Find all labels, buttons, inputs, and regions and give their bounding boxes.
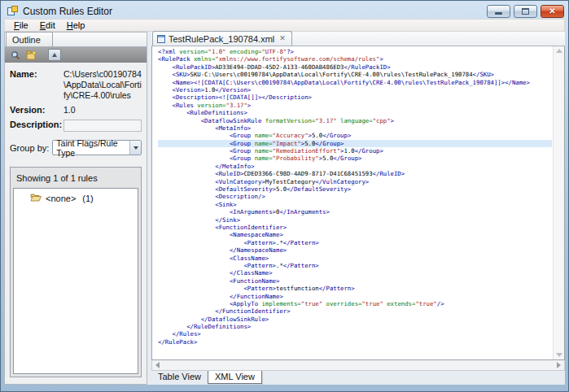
xml-line[interactable]: <Sink> <box>158 201 552 208</box>
xml-line[interactable]: <DefaultSeverity>5.0</DefaultSeverity> <box>158 185 552 193</box>
xml-line[interactable]: </DataflowSinkRule> <box>158 316 552 323</box>
xml-line[interactable]: <Description/> <box>158 193 552 200</box>
outline-toolbar <box>5 47 147 63</box>
xml-line[interactable]: </Sink> <box>158 216 552 224</box>
xml-code[interactable]: <?xml version="1.0" encoding="UTF-8"?><R… <box>158 48 552 359</box>
maximize-icon <box>522 8 529 15</box>
xml-line[interactable]: <Name><![CDATA[C:\Users\c00190784\AppDat… <box>158 79 552 86</box>
menu-bar: File Edit Help <box>4 19 565 32</box>
description-row: Description: <box>10 120 142 132</box>
editor-tab-label: TestRulePack_190784.xml <box>169 34 274 44</box>
menu-edit[interactable]: Edit <box>34 20 61 31</box>
xml-line[interactable]: <InArguments>0</InArguments> <box>158 208 552 216</box>
open-folder-icon <box>30 193 42 203</box>
editor-tab[interactable]: TestRulePack_190784.xml ✕ <box>152 31 292 46</box>
tree-item-label: <none> <box>46 194 76 203</box>
version-row: Version: 1.0 <box>10 105 142 115</box>
outline-panel: Outline Name: C:\Users\c00190784\AppData… <box>4 32 147 385</box>
rules-group: Showing 1 of 1 rules <none> (1) <box>10 167 142 377</box>
xml-line[interactable]: <FunctionName> <box>158 277 552 285</box>
group-by-value: Taint Flags/Rule Type <box>56 138 129 158</box>
xml-line[interactable]: <?xml version="1.0" encoding="UTF-8"?> <box>158 48 552 55</box>
xml-line[interactable]: <VulnCategory>MyTestCategory</VulnCatego… <box>158 178 552 185</box>
editor-tabrow: TestRulePack_190784.xml ✕ <box>151 32 565 46</box>
xml-line[interactable]: <RulePackID>AD33E494-DDAD-45D2-A133-460D… <box>158 63 552 71</box>
xml-line[interactable]: </FunctionName> <box>158 293 552 300</box>
xml-file-icon <box>157 35 165 43</box>
outline-tabrow: Outline <box>5 33 147 47</box>
xml-line[interactable]: </MetaInfo> <box>158 163 552 170</box>
minimize-icon <box>495 12 502 15</box>
xml-line[interactable]: <ApplyTo implements="true" overrides="tr… <box>158 300 552 307</box>
close-button[interactable]: ✕ <box>541 5 564 18</box>
xml-editor[interactable]: <?xml version="1.0" encoding="UTF-8"?><R… <box>151 46 565 360</box>
xml-line[interactable]: <Rules version="3.17"> <box>158 102 552 109</box>
chevron-down-icon[interactable] <box>129 141 141 155</box>
xml-line[interactable]: </NamespaceName> <box>158 246 552 254</box>
name-label: Name: <box>10 69 60 101</box>
xml-line[interactable]: </RulePack> <box>158 338 552 346</box>
tab-table-view[interactable]: Table View <box>151 371 208 383</box>
app-icon <box>7 6 19 16</box>
window-controls: ✕ <box>487 5 564 18</box>
window-title: Custom Rules Editor <box>23 6 112 17</box>
tab-close-icon[interactable]: ✕ <box>279 35 286 42</box>
tree-item-none[interactable]: <none> (1) <box>14 189 138 203</box>
xml-line[interactable]: <Group name="RemediationEffort">1.0</Gro… <box>158 147 552 155</box>
xml-line[interactable]: <Version>1.0</Version> <box>158 86 552 94</box>
xml-line[interactable]: <Pattern>.*</Pattern> <box>158 239 552 246</box>
scroll-left-icon[interactable] <box>155 362 160 368</box>
xml-line[interactable]: <Pattern>.*</Pattern> <box>158 262 552 269</box>
version-value: 1.0 <box>63 105 142 115</box>
group-by-select[interactable]: Taint Flags/Rule Type <box>52 140 142 155</box>
xml-line[interactable]: <Pattern>testfunction</Pattern> <box>158 285 552 292</box>
maximize-button[interactable] <box>514 5 537 18</box>
description-label: Description: <box>10 120 60 132</box>
xml-line[interactable]: <FunctionIdentifier> <box>158 224 552 231</box>
xml-line[interactable]: <ClassName> <box>158 255 552 262</box>
rules-tree[interactable]: <none> (1) <box>13 188 138 374</box>
xml-line[interactable]: <MetaInfo> <box>158 124 552 132</box>
close-icon: ✕ <box>549 7 555 15</box>
xml-line[interactable]: <Group name="Accuracy">5.0</Group> <box>158 132 552 139</box>
rules-count-label: Showing 1 of 1 rules <box>13 170 138 188</box>
minimize-button[interactable] <box>487 5 510 18</box>
name-row: Name: C:\Users\c00190784\AppData\Local\F… <box>10 69 142 101</box>
outline-tab-label: Outline <box>12 35 41 45</box>
xml-line[interactable]: <SKU>SKU-C:\Users\c00190784\AppData\Loca… <box>158 71 552 78</box>
name-value: C:\Users\c00190784\AppData\Local\Fortify… <box>63 69 142 101</box>
search-icon[interactable] <box>9 50 21 61</box>
tab-outline[interactable]: Outline <box>6 32 53 46</box>
xml-line[interactable]: </ClassName> <box>158 269 552 277</box>
xml-line[interactable]: <NamespaceName> <box>158 231 552 238</box>
scroll-down-icon[interactable] <box>556 353 562 357</box>
xml-line[interactable]: </Rules> <box>158 330 552 338</box>
new-rulepack-icon[interactable] <box>25 50 37 61</box>
main-content: Outline Name: C:\Users\c00190784\AppData… <box>4 32 565 385</box>
horizontal-scrollbar[interactable] <box>151 360 565 371</box>
xml-line[interactable]: <Group name="Impact">5.0</Group> <box>158 140 552 147</box>
group-by-label: Group by: <box>10 143 49 153</box>
rulepack-form: Name: C:\Users\c00190784\AppData\Local\F… <box>5 63 147 157</box>
group-by-row: Group by: Taint Flags/Rule Type <box>10 140 142 155</box>
xml-line[interactable]: <Group name="Probability">5.0</Group> <box>158 155 552 162</box>
minimize-view-icon[interactable] <box>48 49 61 61</box>
xml-line[interactable]: <Description><![CDATA[]]></Description> <box>158 94 552 101</box>
description-input[interactable] <box>63 120 142 132</box>
xml-line[interactable]: <RuleID>CDED3366-C98D-4AD9-8717-D41C6845… <box>158 170 552 177</box>
xml-line[interactable]: <RuleDefinitions> <box>158 109 552 116</box>
menu-file[interactable]: File <box>8 20 34 31</box>
view-switch-tabs: Table View XML View <box>151 371 565 385</box>
xml-line[interactable]: <DataflowSinkRule formatVersion="3.17" l… <box>158 117 552 124</box>
title-bar[interactable]: Custom Rules Editor ✕ <box>1 1 568 19</box>
xml-line[interactable]: <RulePack xmlns="xmlns://www.fortifysoft… <box>158 55 552 63</box>
menu-help[interactable]: Help <box>61 20 91 31</box>
xml-line[interactable]: </RuleDefinitions> <box>158 323 552 330</box>
vertical-scrollbar[interactable] <box>553 46 564 359</box>
tab-xml-view[interactable]: XML View <box>208 371 262 384</box>
xml-line[interactable]: </FunctionIdentifier> <box>158 307 552 315</box>
scroll-up-icon[interactable] <box>556 49 562 53</box>
tree-item-count: (1) <box>82 194 93 203</box>
custom-rules-editor-window: Custom Rules Editor ✕ File Edit Help Out… <box>0 0 569 392</box>
scroll-right-icon[interactable] <box>557 362 561 368</box>
